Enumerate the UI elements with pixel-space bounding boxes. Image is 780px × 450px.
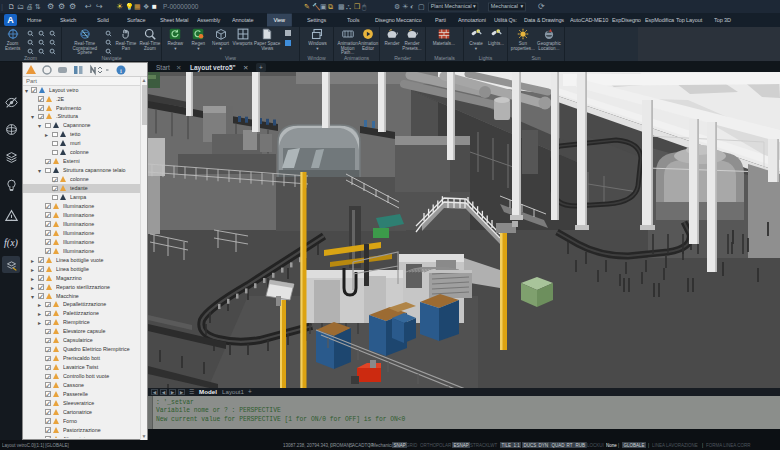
svg-text:i: i (120, 67, 122, 75)
